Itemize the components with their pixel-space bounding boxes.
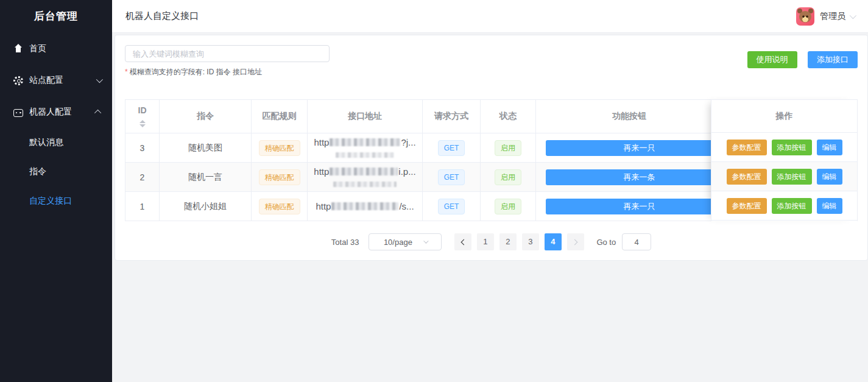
goto-page-input[interactable] [622,233,651,250]
cell-match-rule: 精确匹配 [252,163,308,192]
sidebar-item-site-config[interactable]: 站点配置 [0,65,112,96]
sidebar-item-robot-config[interactable]: 机器人配置 [0,96,112,128]
goto-label: Go to [596,238,616,247]
hint-text: 模糊查询支持的字段有: ID 指令 接口地址 [130,68,262,76]
method-tag: GET [438,199,465,214]
edit-button[interactable]: 编辑 [817,198,842,214]
column-header-operation: 操作 [711,99,857,133]
sidebar-subitem-label: 指令 [29,166,46,177]
edit-button[interactable]: 编辑 [817,169,842,185]
pager-next-button[interactable] [567,233,584,250]
add-button-button[interactable]: 添加按钮 [772,198,812,214]
cell-api-url: httpi.p... [308,163,423,192]
interface-table: ID 指令 匹配规则 接口地址 请求方式 状态 [125,99,858,221]
search-block: *模糊查询支持的字段有: ID 指令 接口地址 [125,45,330,77]
user-menu[interactable]: 管理员 [796,7,855,26]
operation-cell: 参数配置 添加按钮 编辑 [711,162,857,191]
robot-icon [13,109,23,117]
cell-api-url: http/s... [308,192,423,221]
add-interface-button[interactable]: 添加接口 [808,51,858,68]
sort-carets-icon[interactable] [139,120,146,127]
cell-method: GET [423,192,481,221]
main-area: 机器人自定义接口 管理员 *模糊查询支持的字段有: ID 指 [112,0,868,382]
method-tag: GET [438,140,465,156]
chevron-down-icon [423,238,428,243]
cell-method: GET [423,133,481,163]
content-card: *模糊查询支持的字段有: ID 指令 接口地址 使用说明 添加接口 [115,35,868,261]
toolbar-actions: 使用说明 添加接口 [747,51,858,68]
topbar: 机器人自定义接口 管理员 [112,0,868,33]
pager-page-3[interactable]: 3 [522,233,539,250]
cell-status: 启用 [481,192,536,221]
function-button[interactable]: 再来一只 [546,199,733,214]
search-input[interactable] [125,45,330,62]
match-rule-tag: 精确匹配 [259,169,300,185]
sidebar-item-command[interactable]: 指令 [0,157,112,186]
sidebar-subitem-label: 自定义接口 [29,196,72,207]
chevron-down-icon [850,12,856,18]
pagination-total: Total 33 [331,238,359,247]
usage-instructions-button[interactable]: 使用说明 [747,51,797,68]
column-header-method: 请求方式 [423,100,481,133]
cell-command: 随机小姐姐 [160,192,252,221]
pager-page-2[interactable]: 2 [499,233,517,250]
cell-command: 随机一言 [160,163,252,192]
pager-page-1[interactable]: 1 [477,233,494,250]
censored-url-fragment [333,182,397,187]
sidebar-item-label: 首页 [29,43,101,54]
param-config-button[interactable]: 参数配置 [727,140,767,155]
add-button-button[interactable]: 添加按钮 [772,140,812,155]
hint-asterisk: * [125,68,128,76]
page-size-value: 10/page [384,238,412,247]
user-name: 管理员 [820,11,845,22]
censored-url-fragment [336,152,394,158]
cell-method: GET [423,163,481,192]
operation-fixed-column: 操作 参数配置 添加按钮 编辑 参数配置 添加按钮 编辑 参数配置 [711,99,858,221]
match-rule-tag: 精确匹配 [259,199,300,214]
cell-match-rule: 精确匹配 [252,192,308,221]
function-button[interactable]: 再来一条 [546,169,733,185]
sidebar-subitem-label: 默认消息 [29,137,63,148]
censored-url-fragment [330,138,400,146]
search-hint: *模糊查询支持的字段有: ID 指令 接口地址 [125,67,330,77]
sidebar-item-label: 机器人配置 [29,107,96,118]
pager-page-4-active[interactable]: 4 [545,233,562,250]
cell-command: 随机美图 [160,133,252,163]
censored-url-fragment [331,202,398,210]
sidebar-item-default-message[interactable]: 默认消息 [0,128,112,157]
sidebar-item-home[interactable]: 首页 [0,33,112,65]
column-header-command: 指令 [160,100,252,133]
avatar-face [799,11,811,23]
column-header-api-url: 接口地址 [308,100,423,133]
method-tag: GET [438,169,465,185]
cell-status: 启用 [481,133,536,163]
censored-url-fragment [330,168,398,175]
sidebar-item-custom-interface[interactable]: 自定义接口 [0,186,112,216]
status-tag: 启用 [495,140,521,156]
match-rule-tag: 精确匹配 [259,140,300,156]
sidebar: 后台管理 首页 站点配置 机器人配置 默认消息 指令 自定义接口 [0,0,112,382]
chevron-right-icon [571,239,577,245]
chevron-down-icon [96,76,103,83]
add-button-button[interactable]: 添加按钮 [772,169,812,185]
status-tag: 启用 [495,199,521,214]
cell-status: 启用 [481,163,536,192]
cell-id: 1 [125,192,160,221]
operation-cell: 参数配置 添加按钮 编辑 [711,133,857,162]
app-title: 后台管理 [0,0,112,33]
cell-id: 2 [125,163,160,192]
param-config-button[interactable]: 参数配置 [727,169,767,185]
function-button[interactable]: 再来一只 [546,140,733,156]
cell-api-url: http?j... [308,133,423,163]
cell-match-rule: 精确匹配 [252,133,308,163]
avatar [796,7,814,26]
page-size-select[interactable]: 10/page [369,233,442,250]
param-config-button[interactable]: 参数配置 [727,198,767,214]
home-icon [13,44,23,54]
pagination: Total 33 10/page 1 2 3 4 Go to [125,233,858,250]
toolbar: *模糊查询支持的字段有: ID 指令 接口地址 使用说明 添加接口 [125,45,858,77]
cell-id: 3 [125,133,160,163]
pager-prev-button[interactable] [454,233,471,250]
column-header-match-rule: 匹配规则 [252,100,308,133]
edit-button[interactable]: 编辑 [817,140,842,155]
